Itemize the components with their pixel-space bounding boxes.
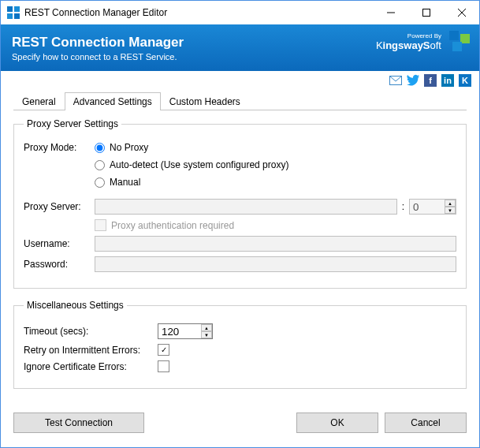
tab-strip: General Advanced Settings Custom Headers — [13, 91, 467, 110]
tab-advanced[interactable]: Advanced Settings — [65, 92, 161, 110]
titlebar: REST Connection Manager Editor — [1, 1, 479, 24]
misc-group: Miscellaneous Settings Timeout (secs): ▲… — [13, 300, 467, 389]
proxy-mode-label: Proxy Mode: — [24, 142, 95, 153]
banner-heading: REST Connection Manager — [12, 35, 184, 50]
retry-checkbox[interactable]: ✓ — [158, 344, 169, 356]
proxy-auth-label: Proxy authentication required — [111, 220, 234, 231]
banner-sub: Specify how to connect to a REST Service… — [12, 52, 184, 62]
brand-icon — [449, 31, 471, 53]
close-button[interactable] — [444, 1, 479, 24]
username-label: Username: — [24, 238, 95, 249]
proxy-auth-checkbox[interactable] — [95, 219, 106, 231]
manual-proxy-label: Manual — [110, 177, 140, 188]
window-controls — [373, 1, 479, 24]
timeout-up-button[interactable]: ▲ — [201, 324, 212, 331]
content-area: General Advanced Settings Custom Headers… — [1, 90, 479, 447]
tab-general[interactable]: General — [13, 92, 65, 110]
cancel-button[interactable]: Cancel — [385, 413, 467, 433]
auto-proxy-label: Auto-detect (Use system configured proxy… — [110, 159, 288, 170]
ignore-cert-checkbox[interactable] — [158, 360, 169, 372]
footer: Test Connection OK Cancel — [13, 405, 467, 441]
twitter-icon[interactable] — [407, 74, 419, 87]
header-banner: REST Connection Manager Specify how to c… — [1, 24, 479, 71]
brand-logo: Powered By KingswaySoft — [376, 33, 441, 51]
port-up-button[interactable]: ▲ — [445, 200, 456, 207]
social-bar: f in K — [1, 71, 479, 90]
password-input[interactable] — [95, 256, 456, 272]
timeout-down-button[interactable]: ▼ — [201, 331, 212, 338]
facebook-icon[interactable]: f — [424, 74, 437, 87]
ok-button[interactable]: OK — [296, 413, 378, 433]
linkedin-icon[interactable]: in — [441, 74, 454, 87]
misc-legend: Miscellaneous Settings — [24, 300, 127, 311]
email-icon[interactable] — [389, 74, 402, 87]
port-sep: : — [402, 201, 404, 212]
maximize-button[interactable] — [408, 1, 444, 24]
window: REST Connection Manager Editor REST Conn… — [0, 0, 480, 448]
proxy-legend: Proxy Server Settings — [24, 118, 121, 129]
retry-label: Retry on Intermittent Errors: — [24, 345, 158, 356]
no-proxy-radio[interactable] — [95, 143, 105, 153]
tab-custom-headers[interactable]: Custom Headers — [161, 92, 249, 110]
auto-proxy-radio[interactable] — [95, 160, 105, 170]
ignore-cert-label: Ignore Certificate Errors: — [24, 361, 158, 372]
timeout-label: Timeout (secs): — [24, 326, 158, 337]
username-input[interactable] — [95, 236, 456, 252]
port-down-button[interactable]: ▼ — [445, 207, 456, 214]
k-icon[interactable]: K — [459, 74, 471, 87]
window-title: REST Connection Manager Editor — [24, 7, 373, 18]
test-connection-button[interactable]: Test Connection — [13, 413, 144, 433]
svg-rect-1 — [422, 9, 430, 17]
proxy-group: Proxy Server Settings Proxy Mode: No Pro… — [13, 118, 467, 289]
tab-body: Proxy Server Settings Proxy Mode: No Pro… — [13, 110, 467, 405]
proxy-server-input[interactable] — [95, 199, 397, 215]
password-label: Password: — [24, 259, 95, 270]
minimize-button[interactable] — [373, 1, 408, 24]
manual-proxy-radio[interactable] — [95, 177, 105, 188]
no-proxy-label: No Proxy — [110, 142, 148, 153]
app-icon — [7, 6, 20, 19]
proxy-server-label: Proxy Server: — [24, 201, 95, 212]
